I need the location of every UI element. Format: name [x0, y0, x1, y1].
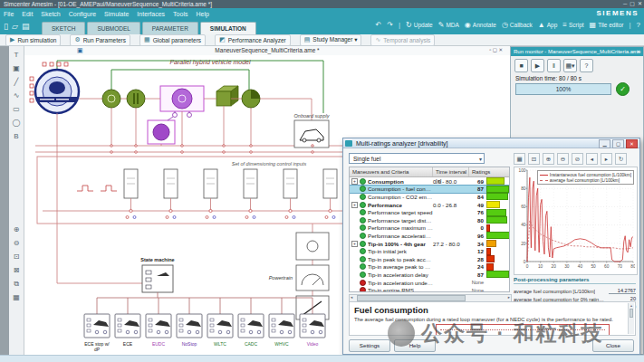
col-interval[interactable]: Time interval [s]: [433, 167, 469, 176]
tab-sketch[interactable]: SKETCH: [42, 22, 85, 34]
engine-supervisor-component[interactable]: [30, 62, 79, 113]
run-monitor-titlebar[interactable]: Run monitor - ManeuverSequence_MultiCrit…: [511, 47, 643, 56]
parameter-value[interactable]: 14.2767: [609, 288, 636, 294]
maneuver-component[interactable]: [269, 314, 294, 338]
gearbox-component[interactable]: [216, 86, 238, 106]
analyzer-close-icon[interactable]: ✕: [626, 139, 638, 148]
submodel-tool[interactable]: B: [11, 130, 23, 142]
run-monitor-controls[interactable]: ▫ ✕: [633, 47, 640, 56]
plot-button[interactable]: ▦▾: [563, 59, 577, 72]
close-icon[interactable]: ✕: [638, 0, 642, 8]
table-row[interactable]: Tip-in acceleration delay87: [350, 271, 509, 279]
powertrain-column[interactable]: Powertrain: [269, 233, 329, 319]
table-row[interactable]: Performance target speed76: [350, 208, 509, 216]
stop-button[interactable]: ■: [514, 59, 528, 72]
next-icon[interactable]: ▸: [601, 153, 612, 165]
fuel-selector-dropdown[interactable]: Single fuel ▾: [349, 153, 485, 164]
expander-icon[interactable]: +: [351, 202, 358, 208]
tile-editor-tool[interactable]: ▦Tile editor: [590, 21, 624, 29]
apps-tool[interactable]: ▲App: [538, 21, 558, 29]
text-tool[interactable]: T: [11, 49, 23, 61]
rect-tool[interactable]: ▭: [11, 103, 23, 115]
callback-tool[interactable]: ◷Callback: [502, 21, 533, 29]
table-row[interactable]: Consumption - fuel consumption87: [350, 186, 509, 194]
maneuver-component[interactable]: [207, 314, 233, 338]
help-tool[interactable]: ?: [637, 21, 640, 29]
prev-icon[interactable]: ◂: [586, 153, 598, 165]
tab-parameter[interactable]: PARAMETER: [142, 22, 198, 34]
analyzer-titlebar[interactable]: Multi-ratings analyzer [drivability] ▁ ▢…: [343, 138, 639, 148]
grid-tool[interactable]: ▦: [11, 291, 23, 303]
battery-component[interactable]: [148, 117, 175, 144]
open-file-icon[interactable]: ▱: [12, 21, 18, 33]
reset-zoom-icon[interactable]: ⊘: [572, 153, 583, 165]
menu-interfaces[interactable]: Interfaces: [137, 11, 165, 17]
spline-tool[interactable]: ∿: [11, 90, 23, 101]
analyzer-minimize-icon[interactable]: ▁: [599, 139, 610, 148]
menu-tools[interactable]: Tools: [173, 11, 187, 17]
ice-engine-component[interactable]: [102, 90, 120, 108]
ellipse-tool[interactable]: ◯: [11, 117, 23, 129]
continue-button[interactable]: ▶: [531, 59, 544, 72]
onboard-supply-component[interactable]: Onboard supply: [294, 113, 331, 148]
menu-edit[interactable]: Edit: [22, 11, 33, 17]
new-file-icon[interactable]: ▯: [4, 21, 8, 33]
table-row[interactable]: +Performance0.0 - 26.849: [350, 201, 509, 209]
table-row[interactable]: Tip-in peak to peak acceleration28: [350, 255, 509, 263]
annotate-tool[interactable]: ◉Annotate: [465, 21, 496, 29]
table-row[interactable]: Tip-in acceleration undershootNone: [350, 279, 509, 287]
maneuver-component[interactable]: [115, 314, 140, 338]
menu-file[interactable]: File: [4, 11, 14, 17]
fuel-consumption-chart[interactable]: 02040608010001020304050607080 Instantane…: [514, 167, 638, 275]
study-manager-button[interactable]: ▤Study Manager ▾: [300, 34, 362, 46]
redo-tool[interactable]: ↷: [387, 21, 393, 29]
table-row[interactable]: Performance target distance80: [350, 216, 509, 224]
maneuver-component[interactable]: [146, 314, 171, 338]
ratings-table[interactable]: Maneuvers and Criteria Time interval [s]…: [349, 167, 510, 292]
document-controls[interactable]: ▫ ▢ ✕: [489, 47, 503, 52]
table-row[interactable]: Performance acceleration level96: [350, 232, 509, 240]
zoom-out-tool[interactable]: ⊖: [11, 237, 23, 249]
zoom-select-tool[interactable]: ⊠: [11, 264, 23, 276]
tab-simulation[interactable]: SIMULATION: [200, 22, 256, 34]
update-tool[interactable]: ↻Update: [406, 21, 433, 29]
maneuver-component[interactable]: [177, 314, 202, 338]
line-tool[interactable]: ╱: [11, 76, 23, 88]
table-row[interactable]: Tip-in engine RMSNone: [350, 286, 509, 292]
scrollbar-thumb[interactable]: [357, 295, 466, 301]
performance-analyzer-button[interactable]: ◩Performance Analyzer: [215, 34, 291, 46]
col-maneuvers[interactable]: Maneuvers and Criteria: [350, 167, 433, 176]
expander-icon[interactable]: +: [351, 178, 358, 185]
table-row[interactable]: +Tip-in 100% - 4th gear27.2 - 80.034: [350, 240, 509, 248]
state-machine-component[interactable]: State machine: [140, 257, 174, 292]
maneuver-component[interactable]: [300, 314, 325, 338]
monitor-help-button[interactable]: ?: [580, 59, 593, 72]
menu-configure[interactable]: Configure: [69, 11, 96, 17]
menu-sketch[interactable]: Sketch: [41, 11, 60, 17]
zoom-out-icon[interactable]: ⊖: [557, 153, 569, 165]
table-row[interactable]: +Consumption0.0 - 80.069: [350, 177, 509, 186]
menu-help[interactable]: Help: [196, 11, 208, 17]
copy-tool[interactable]: ⧉: [11, 278, 23, 290]
pause-button[interactable]: ‖: [547, 59, 561, 72]
table-row[interactable]: Consumption - CO2 emissions84: [350, 193, 509, 201]
copy-plot-icon[interactable]: ▦: [514, 153, 525, 165]
zoom-mode-icon[interactable]: ⊡: [528, 153, 540, 165]
run-simulation-button[interactable]: ▶Run simulation: [5, 34, 61, 46]
expander-icon[interactable]: +: [351, 241, 358, 247]
description-scrollbar[interactable]: ▴: [628, 303, 634, 334]
image-tool[interactable]: ▣: [11, 62, 23, 74]
maneuver-component[interactable]: [238, 314, 264, 338]
script-tool[interactable]: ≡Script: [562, 21, 583, 29]
clutch-component[interactable]: [127, 90, 145, 108]
analyzer-maximize-icon[interactable]: ▢: [612, 139, 624, 148]
temporal-analysis-button[interactable]: ∿Temporal analysis: [370, 34, 435, 46]
global-parameters-button[interactable]: ▦Global parameters: [139, 34, 206, 46]
maneuver-component[interactable]: [84, 314, 110, 338]
help-button[interactable]: Help: [394, 339, 436, 352]
menu-simulate[interactable]: Simulate: [104, 11, 129, 17]
refresh-icon[interactable]: ↻: [615, 153, 627, 165]
zoom-in-tool[interactable]: ⊕: [11, 224, 23, 235]
zoom-fit-tool[interactable]: ⊡: [11, 251, 23, 262]
settings-button[interactable]: Settings: [349, 339, 390, 352]
